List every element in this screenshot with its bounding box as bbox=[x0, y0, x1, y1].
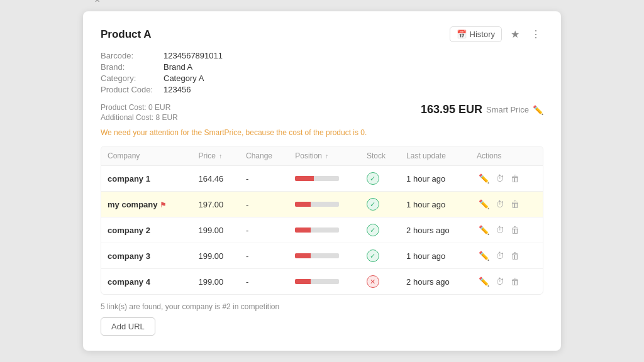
card-header: Product A 📅 History ★ ⋮ bbox=[101, 26, 543, 42]
history-row-button[interactable]: ⏱ bbox=[494, 199, 506, 210]
delete-button[interactable]: 🗑 bbox=[509, 199, 521, 210]
smart-price-value: 163.95 EUR bbox=[421, 103, 482, 116]
meta-value: 1234567891011 bbox=[164, 51, 543, 60]
meta-label: Category: bbox=[101, 74, 164, 83]
cell-position bbox=[289, 243, 360, 269]
cell-price: 164.46 bbox=[192, 166, 240, 192]
history-row-button[interactable]: ⏱ bbox=[494, 173, 506, 184]
cell-change: - bbox=[240, 217, 289, 243]
meta-value: Category A bbox=[164, 74, 543, 83]
cell-stock: ✓ bbox=[360, 243, 400, 269]
cell-actions: ✏️⏱🗑 bbox=[470, 243, 543, 269]
meta-value: Brand A bbox=[164, 62, 543, 72]
col-price[interactable]: Price ↑ bbox=[192, 146, 240, 166]
cell-price: 199.00 bbox=[192, 269, 240, 295]
cell-change: - bbox=[240, 166, 289, 192]
meta-label: Product Code: bbox=[101, 85, 164, 94]
calendar-icon: 📅 bbox=[457, 30, 467, 39]
cell-position bbox=[289, 269, 360, 295]
cell-last-update: 1 hour ago bbox=[400, 243, 470, 269]
more-button[interactable]: ⋮ bbox=[528, 27, 543, 41]
cell-stock: ✓ bbox=[360, 192, 400, 217]
meta-value: 123456 bbox=[164, 85, 543, 94]
cell-change: - bbox=[240, 243, 289, 269]
cell-last-update: 2 hours ago bbox=[400, 217, 470, 243]
product-card: Product A 📅 History ★ ⋮ Barcode:12345678… bbox=[83, 11, 561, 351]
cell-company: company 3 bbox=[101, 243, 192, 269]
cell-actions: ✏️⏱🗑 bbox=[470, 166, 543, 192]
cell-company: company 1 bbox=[101, 166, 192, 192]
col-actions: Actions bbox=[470, 146, 543, 166]
delete-button[interactable]: 🗑 bbox=[509, 250, 521, 261]
table-row: company 4199.00-✕2 hours ago✏️⏱🗑 bbox=[101, 269, 543, 295]
cell-stock: ✓ bbox=[360, 166, 400, 192]
delete-button[interactable]: 🗑 bbox=[509, 224, 521, 236]
product-meta: Barcode:1234567891011Brand:Brand ACatego… bbox=[101, 51, 543, 94]
table-row: my company⚑197.00-✓1 hour ago✏️⏱🗑 bbox=[101, 192, 543, 217]
cell-position bbox=[289, 217, 360, 243]
additional-cost-text: Additional Cost: 8 EUR bbox=[101, 113, 178, 122]
product-title: Product A bbox=[101, 28, 152, 41]
table-row: company 1164.46-✓1 hour ago✏️⏱🗑 bbox=[101, 166, 543, 192]
stock-ok-icon: ✓ bbox=[367, 172, 379, 185]
cell-position bbox=[289, 192, 360, 217]
smart-price-label: Smart Price bbox=[486, 105, 529, 114]
cell-company: my company⚑ bbox=[101, 192, 192, 217]
flag-icon: ⚑ bbox=[160, 200, 167, 209]
cell-change: - bbox=[240, 269, 289, 295]
meta-label: Barcode: bbox=[101, 51, 164, 60]
stock-ok-icon: ✓ bbox=[367, 250, 379, 262]
history-button[interactable]: 📅 History bbox=[450, 26, 502, 42]
product-cost-text: Product Cost: 0 EUR bbox=[101, 103, 178, 112]
cell-company: company 4 bbox=[101, 269, 192, 295]
cell-price: 199.00 bbox=[192, 243, 240, 269]
cell-actions: ✏️⏱🗑 bbox=[470, 192, 543, 217]
cell-actions: ✏️⏱🗑 bbox=[470, 217, 543, 243]
delete-button[interactable]: 🗑 bbox=[509, 173, 521, 184]
cell-actions: ✏️⏱🗑 bbox=[470, 269, 543, 295]
meta-label: Brand: bbox=[101, 62, 164, 72]
edit-button[interactable]: ✏️ bbox=[477, 224, 491, 236]
cell-last-update: 1 hour ago bbox=[400, 192, 470, 217]
smart-price-block: 163.95 EUR Smart Price ✏️ bbox=[421, 103, 543, 116]
cost-info: Product Cost: 0 EUR Additional Cost: 8 E… bbox=[101, 103, 178, 122]
edit-button[interactable]: ✏️ bbox=[477, 173, 491, 184]
cell-price: 199.00 bbox=[192, 217, 240, 243]
col-stock: Stock bbox=[360, 146, 400, 166]
add-url-button[interactable]: Add URL bbox=[101, 317, 155, 336]
table-header-row: Company Price ↑ Change Position ↑ Stock … bbox=[101, 146, 543, 166]
star-button[interactable]: ★ bbox=[508, 27, 522, 41]
warning-text: We need your attention for the SmartPric… bbox=[101, 128, 543, 137]
cell-stock: ✓ bbox=[360, 217, 400, 243]
footer-links-text: 5 link(s) are found, your company is #2 … bbox=[101, 302, 543, 311]
col-company: Company bbox=[101, 146, 192, 166]
cell-company: company 2 bbox=[101, 217, 192, 243]
history-row-button[interactable]: ⏱ bbox=[494, 224, 506, 236]
col-position[interactable]: Position ↑ bbox=[289, 146, 360, 166]
competitors-table-wrap: Company Price ↑ Change Position ↑ Stock … bbox=[101, 146, 543, 295]
cell-change: - bbox=[240, 192, 289, 217]
history-row-button[interactable]: ⏱ bbox=[494, 276, 506, 287]
edit-button[interactable]: ✏️ bbox=[477, 250, 491, 261]
stock-ok-icon: ✓ bbox=[367, 198, 379, 211]
history-row-button[interactable]: ⏱ bbox=[494, 250, 506, 261]
cell-last-update: 2 hours ago bbox=[400, 269, 470, 295]
edit-button[interactable]: ✏️ bbox=[477, 199, 491, 210]
header-actions: 📅 History ★ ⋮ bbox=[450, 26, 543, 42]
stock-ok-icon: ✓ bbox=[367, 224, 379, 236]
edit-button[interactable]: ✏️ bbox=[477, 276, 491, 287]
table-row: company 3199.00-✓1 hour ago✏️⏱🗑 bbox=[101, 243, 543, 269]
collapse-chevron[interactable]: ⌃ bbox=[93, 0, 101, 9]
cell-stock: ✕ bbox=[360, 269, 400, 295]
smart-price-edit-button[interactable]: ✏️ bbox=[533, 105, 543, 115]
cost-row: Product Cost: 0 EUR Additional Cost: 8 E… bbox=[101, 103, 543, 122]
history-label: History bbox=[470, 30, 495, 39]
cell-price: 197.00 bbox=[192, 192, 240, 217]
delete-button[interactable]: 🗑 bbox=[509, 276, 521, 287]
competitors-table: Company Price ↑ Change Position ↑ Stock … bbox=[101, 146, 543, 294]
cell-last-update: 1 hour ago bbox=[400, 166, 470, 192]
cell-position bbox=[289, 166, 360, 192]
stock-no-icon: ✕ bbox=[367, 275, 379, 288]
table-row: company 2199.00-✓2 hours ago✏️⏱🗑 bbox=[101, 217, 543, 243]
col-last-update: Last update bbox=[400, 146, 470, 166]
